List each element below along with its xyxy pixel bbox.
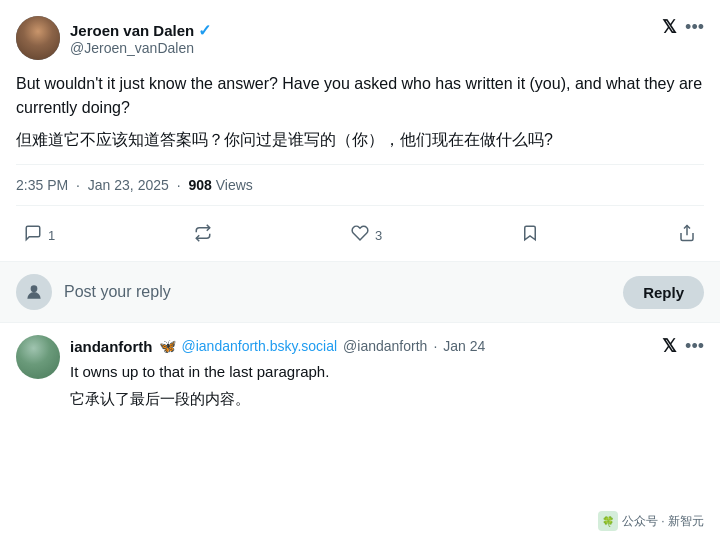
- display-name: Jeroen van Dalen ✓: [70, 21, 211, 40]
- tweet-date: Jan 23, 2025: [88, 177, 169, 193]
- like-count: 3: [375, 228, 382, 243]
- bookmark-icon: [521, 224, 539, 247]
- author-name: Jeroen van Dalen: [70, 22, 194, 39]
- retweet-icon: [194, 224, 212, 247]
- commenter-bsky-handle[interactable]: @iandanforth.bsky.social: [182, 338, 338, 354]
- comment-header-right: 𝕏 •••: [662, 335, 704, 357]
- watermark-text: 公众号 · 新智元: [622, 513, 704, 530]
- tweet-header-right: 𝕏 •••: [662, 16, 704, 38]
- comment-text-chinese: 它承认了最后一段的内容。: [70, 388, 704, 411]
- tweet-text-english: But wouldn't it just know the answer? Ha…: [16, 72, 704, 120]
- tweet-actions: 1 3: [16, 210, 704, 261]
- like-icon: [351, 224, 369, 247]
- comment-more-icon[interactable]: •••: [685, 336, 704, 357]
- comment-content: iandanforth 🦋 @iandanforth.bsky.social @…: [70, 335, 704, 410]
- comment-text-english: It owns up to that in the last paragraph…: [70, 361, 704, 384]
- share-action[interactable]: [670, 218, 704, 253]
- commenter-twitter-handle[interactable]: @iandanforth: [343, 338, 427, 354]
- share-icon: [678, 224, 696, 247]
- comment-dot: ·: [433, 338, 437, 354]
- watermark-icon: 🍀: [598, 511, 618, 531]
- comment-header: iandanforth 🦋 @iandanforth.bsky.social @…: [70, 335, 704, 357]
- retweet-action[interactable]: [186, 218, 220, 253]
- tweet-header-left: Jeroen van Dalen ✓ @Jeroen_vanDalen: [16, 16, 211, 60]
- tweet-views-count: 908: [188, 177, 211, 193]
- svg-point-1: [31, 285, 38, 292]
- dot-separator: ·: [76, 177, 80, 193]
- more-options-icon[interactable]: •••: [685, 17, 704, 38]
- x-logo-icon: 𝕏: [662, 16, 677, 38]
- comment-item: iandanforth 🦋 @iandanforth.bsky.social @…: [16, 335, 704, 410]
- butterfly-icon: 🦋: [159, 338, 176, 354]
- like-action[interactable]: 3: [343, 218, 390, 253]
- verified-badge: ✓: [198, 21, 211, 40]
- tweet-container: Jeroen van Dalen ✓ @Jeroen_vanDalen 𝕏 ••…: [0, 0, 720, 262]
- reply-action[interactable]: 1: [16, 218, 63, 253]
- tweet-views-label: Views: [216, 177, 253, 193]
- commenter-name[interactable]: iandanforth: [70, 338, 153, 355]
- reply-section: Post your reply Reply: [0, 262, 720, 323]
- dot-separator-2: ·: [177, 177, 181, 193]
- username[interactable]: @Jeroen_vanDalen: [70, 40, 211, 56]
- reply-count: 1: [48, 228, 55, 243]
- reply-icon: [24, 224, 42, 247]
- comment-x-logo-icon: 𝕏: [662, 335, 677, 357]
- comment-avatar: [16, 335, 60, 379]
- watermark: 🍀 公众号 · 新智元: [598, 511, 704, 531]
- user-info: Jeroen van Dalen ✓ @Jeroen_vanDalen: [70, 21, 211, 56]
- tweet-text-chinese: 但难道它不应该知道答案吗？你问过是谁写的（你），他们现在在做什么吗?: [16, 128, 704, 152]
- avatar: [16, 16, 60, 60]
- comment-section: iandanforth 🦋 @iandanforth.bsky.social @…: [0, 323, 720, 422]
- comment-date: Jan 24: [443, 338, 485, 354]
- tweet-time: 2:35 PM: [16, 177, 68, 193]
- reply-button[interactable]: Reply: [623, 276, 704, 309]
- tweet-meta: 2:35 PM · Jan 23, 2025 · 908 Views: [16, 164, 704, 206]
- tweet-header: Jeroen van Dalen ✓ @Jeroen_vanDalen 𝕏 ••…: [16, 16, 704, 60]
- tweet-content: But wouldn't it just know the answer? Ha…: [16, 72, 704, 152]
- reply-input-placeholder[interactable]: Post your reply: [64, 283, 611, 301]
- bookmark-action[interactable]: [513, 218, 547, 253]
- reply-avatar: [16, 274, 52, 310]
